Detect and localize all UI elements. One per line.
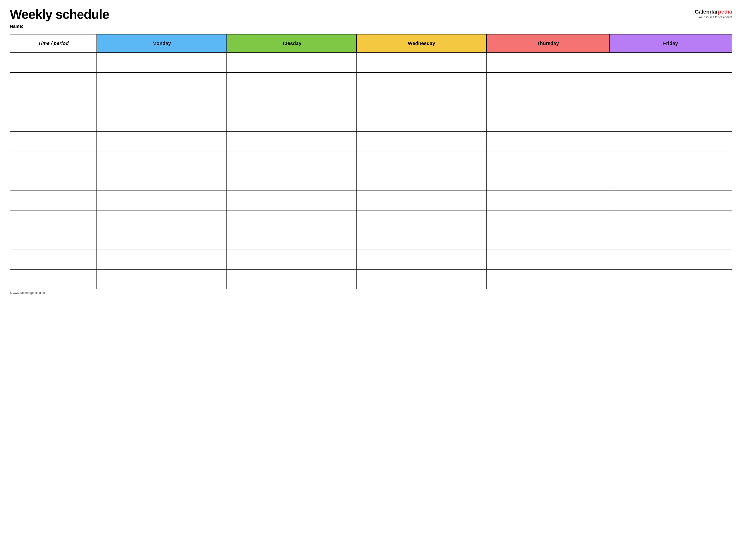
table-cell[interactable]	[10, 53, 97, 72]
table-cell[interactable]	[97, 72, 227, 92]
table-cell[interactable]	[357, 53, 486, 72]
table-cell[interactable]	[486, 190, 609, 210]
table-cell[interactable]	[486, 72, 609, 92]
table-row	[10, 171, 732, 190]
table-cell[interactable]	[10, 131, 97, 151]
table-cell[interactable]	[227, 131, 357, 151]
table-cell[interactable]	[357, 210, 486, 230]
table-cell[interactable]	[97, 131, 227, 151]
table-cell[interactable]	[10, 230, 97, 249]
table-cell[interactable]	[357, 190, 486, 210]
table-cell[interactable]	[10, 151, 97, 171]
table-row	[10, 249, 732, 269]
table-cell[interactable]	[227, 190, 357, 210]
table-cell[interactable]	[609, 230, 732, 249]
table-cell[interactable]	[227, 230, 357, 249]
table-cell[interactable]	[609, 151, 732, 171]
table-cell[interactable]	[486, 171, 609, 190]
footer: © www.calendarpedia.com	[10, 291, 732, 295]
table-cell[interactable]	[10, 210, 97, 230]
table-cell[interactable]	[486, 151, 609, 171]
table-cell[interactable]	[227, 72, 357, 92]
table-cell[interactable]	[97, 112, 227, 131]
table-cell[interactable]	[609, 210, 732, 230]
table-cell[interactable]	[486, 230, 609, 249]
table-cell[interactable]	[486, 249, 609, 269]
table-cell[interactable]	[10, 92, 97, 112]
table-cell[interactable]	[486, 131, 609, 151]
table-cell[interactable]	[227, 210, 357, 230]
table-cell[interactable]	[10, 171, 97, 190]
table-cell[interactable]	[357, 92, 486, 112]
page-header: Weekly schedule Name: Calendarpedia Your…	[10, 7, 732, 29]
table-cell[interactable]	[609, 269, 732, 289]
table-cell[interactable]	[357, 269, 486, 289]
table-cell[interactable]	[609, 92, 732, 112]
table-cell[interactable]	[97, 230, 227, 249]
logo-tagline: Your source for calendars	[695, 15, 732, 19]
header-friday: Friday	[609, 34, 732, 53]
header-monday: Monday	[97, 34, 227, 53]
table-cell[interactable]	[97, 151, 227, 171]
table-cell[interactable]	[227, 249, 357, 269]
header-time: Time / period	[10, 34, 97, 53]
table-cell[interactable]	[357, 112, 486, 131]
table-cell[interactable]	[227, 171, 357, 190]
table-cell[interactable]	[609, 249, 732, 269]
table-cell[interactable]	[227, 53, 357, 72]
schedule-body	[10, 53, 732, 289]
table-cell[interactable]	[486, 92, 609, 112]
table-cell[interactable]	[227, 112, 357, 131]
table-row	[10, 112, 732, 131]
header-row: Time / period Monday Tuesday Wednesday T…	[10, 34, 732, 53]
table-row	[10, 131, 732, 151]
table-cell[interactable]	[357, 131, 486, 151]
table-cell[interactable]	[10, 112, 97, 131]
table-row	[10, 230, 732, 249]
table-row	[10, 190, 732, 210]
table-cell[interactable]	[486, 112, 609, 131]
table-cell[interactable]	[357, 249, 486, 269]
header-wednesday: Wednesday	[357, 34, 486, 53]
logo-section: Calendarpedia Your source for calendars	[695, 9, 732, 19]
table-row	[10, 92, 732, 112]
table-cell[interactable]	[486, 269, 609, 289]
table-cell[interactable]	[486, 53, 609, 72]
table-cell[interactable]	[486, 210, 609, 230]
table-cell[interactable]	[97, 269, 227, 289]
table-cell[interactable]	[357, 72, 486, 92]
logo-pedia: pedia	[718, 9, 732, 15]
table-cell[interactable]	[609, 72, 732, 92]
title-section: Weekly schedule Name:	[10, 7, 109, 29]
table-cell[interactable]	[97, 92, 227, 112]
table-cell[interactable]	[227, 269, 357, 289]
table-cell[interactable]	[97, 249, 227, 269]
table-cell[interactable]	[97, 53, 227, 72]
table-row	[10, 72, 732, 92]
table-cell[interactable]	[357, 151, 486, 171]
table-cell[interactable]	[10, 249, 97, 269]
schedule-table: Time / period Monday Tuesday Wednesday T…	[10, 34, 732, 289]
table-cell[interactable]	[609, 112, 732, 131]
logo-text: Calendarpedia	[695, 9, 732, 15]
table-cell[interactable]	[609, 171, 732, 190]
table-cell[interactable]	[10, 190, 97, 210]
table-cell[interactable]	[227, 151, 357, 171]
table-cell[interactable]	[227, 92, 357, 112]
table-row	[10, 151, 732, 171]
table-cell[interactable]	[609, 53, 732, 72]
table-cell[interactable]	[357, 230, 486, 249]
header-tuesday: Tuesday	[227, 34, 357, 53]
table-cell[interactable]	[357, 171, 486, 190]
table-cell[interactable]	[10, 269, 97, 289]
copyright-text: © www.calendarpedia.com	[10, 291, 45, 295]
table-cell[interactable]	[609, 131, 732, 151]
table-cell[interactable]	[10, 72, 97, 92]
header-thursday: Thursday	[486, 34, 609, 53]
table-cell[interactable]	[97, 171, 227, 190]
table-cell[interactable]	[609, 190, 732, 210]
table-cell[interactable]	[97, 190, 227, 210]
table-cell[interactable]	[97, 210, 227, 230]
name-label: Name:	[10, 24, 109, 29]
table-row	[10, 210, 732, 230]
